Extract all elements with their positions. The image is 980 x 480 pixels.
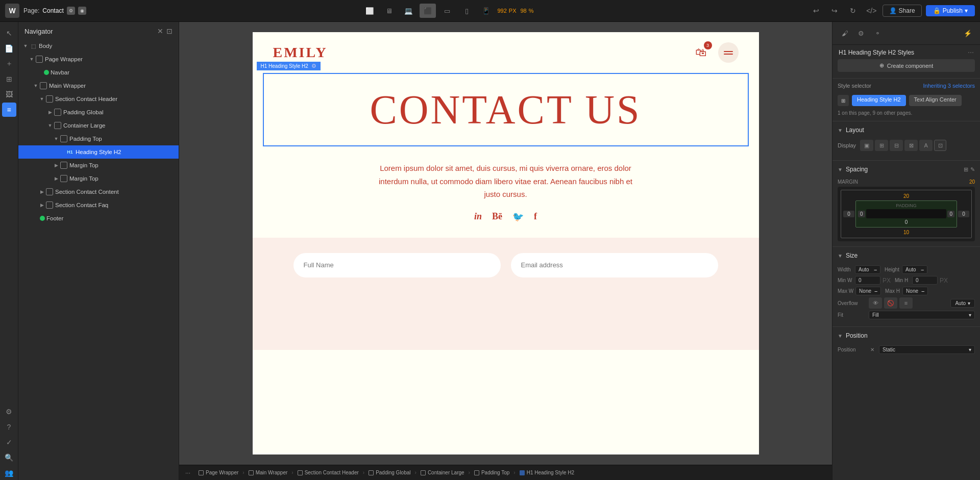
page-eye-icon[interactable]: ◉ [78, 7, 86, 15]
overflow-hidden-btn[interactable]: 🚫 [884, 297, 897, 309]
tree-item-section-contact-header[interactable]: ▼ Section Contact Header [18, 92, 179, 106]
refresh-button[interactable]: ↻ [846, 4, 860, 18]
spacing-section-header[interactable]: ▼ Spacing ⊞ ✎ [832, 163, 980, 176]
tree-item-page-wrapper[interactable]: ▼ Page Wrapper [18, 53, 179, 66]
device-tablet[interactable]: ▭ [439, 4, 455, 18]
device-mobile[interactable]: 📱 [478, 4, 494, 18]
display-flex-btn[interactable]: ⊞ [875, 140, 888, 151]
device-tablet-sm[interactable]: ▯ [458, 4, 475, 18]
overflow-scroll-btn[interactable]: ≡ [899, 297, 913, 309]
cart-icon[interactable]: 🛍 3 [692, 43, 710, 62]
style-tag-heading[interactable]: Heading Style H2 [852, 95, 906, 106]
email-input[interactable] [511, 253, 718, 277]
hamburger-menu[interactable] [718, 42, 739, 63]
left-icon-styles[interactable]: ⚙ [2, 405, 16, 419]
rp-gear-icon[interactable]: ⚙ [854, 26, 868, 40]
heading-gear-icon[interactable]: ⚙ [311, 63, 316, 69]
facebook-icon[interactable]: f [534, 211, 537, 222]
tree-item-label: Section Contact Content [55, 189, 119, 195]
height-value[interactable]: Auto ‒ [902, 265, 927, 274]
left-icon-users[interactable]: 👥 [2, 466, 16, 480]
breadcrumb-container-large[interactable]: Container Large [418, 469, 468, 476]
tree-item-padding-global[interactable]: ▶ Padding Global [18, 106, 179, 119]
publish-arrow-icon: ▾ [965, 7, 968, 14]
max-w-value[interactable]: None ‒ [855, 287, 881, 295]
full-name-input[interactable] [293, 253, 501, 277]
navigator-close-icon[interactable]: ✕ [157, 27, 163, 35]
rp-lightning-icon[interactable]: ⚡ [961, 26, 975, 40]
device-tablet-land[interactable]: ⬛ [420, 4, 436, 18]
tree-item-padding-top[interactable]: ▼ Padding Top [18, 132, 179, 145]
page-settings-icon[interactable]: ⚙ [67, 7, 75, 15]
linkedin-icon[interactable]: in [474, 211, 482, 222]
rp-brush-icon[interactable]: 🖌 [838, 26, 852, 40]
layout-section-header[interactable]: ▼ Layout [832, 123, 980, 137]
min-w-value[interactable]: 0 [855, 276, 880, 285]
undo-button[interactable]: ↩ [809, 4, 823, 18]
style-inherit-text[interactable]: Inheriting 3 selectors [923, 83, 975, 89]
device-desktop-sm[interactable]: 💻 [400, 4, 416, 18]
rp-section-dots[interactable]: ⋯ [968, 49, 974, 56]
tree-item-section-contact-content[interactable]: ▶ Section Contact Content [18, 185, 179, 198]
spacing-grid-icon[interactable]: ⊞ [964, 166, 968, 173]
display-grid-btn[interactable]: ⊟ [890, 140, 903, 151]
overflow-auto-select[interactable]: Auto ▾ [950, 299, 975, 308]
min-h-value[interactable]: 0 [912, 276, 938, 285]
left-icon-check[interactable]: ✓ [2, 435, 16, 449]
app-logo[interactable]: W [5, 4, 19, 18]
position-section-header[interactable]: ▼ Position [832, 329, 980, 342]
left-icon-add[interactable]: ＋ [2, 57, 16, 71]
breadcrumb-heading-h2[interactable]: H1 Heading Style H2 [517, 469, 577, 476]
behance-icon[interactable]: Bē [492, 211, 502, 222]
display-block-btn[interactable]: ▣ [860, 140, 873, 151]
display-inline-btn[interactable]: ⊠ [904, 140, 918, 151]
tree-item-container-large[interactable]: ▼ Container Large [18, 119, 179, 132]
left-icon-help[interactable]: ? [2, 420, 16, 434]
style-tag-icon[interactable]: ⊞ [838, 95, 849, 106]
overflow-visible-btn[interactable]: 👁 [869, 297, 882, 309]
breadcrumb-dots[interactable]: ··· [183, 469, 192, 476]
left-icon-assets[interactable]: 🖼 [2, 87, 16, 102]
left-icon-components[interactable]: ⊞ [2, 72, 16, 86]
tree-item-margin-top-1[interactable]: ▶ Margin Top [18, 159, 179, 172]
display-none-btn[interactable]: ⊡ [934, 140, 946, 151]
device-desktop[interactable]: 🖥 [381, 4, 397, 18]
style-tag-align[interactable]: Text Align Center [909, 95, 962, 106]
canvas-scroll[interactable]: EMILY 🛍 3 H1 Hea [179, 22, 832, 465]
redo-button[interactable]: ↪ [827, 4, 842, 18]
tree-item-margin-top-2[interactable]: ▶ Margin Top [18, 172, 179, 185]
code-button[interactable]: </> [864, 4, 878, 18]
publish-button[interactable]: 🔒 Publish ▾ [926, 5, 975, 16]
max-h-value[interactable]: None ‒ [902, 287, 928, 295]
left-icon-navigator[interactable]: ≡ [2, 103, 16, 117]
breadcrumb-padding-global[interactable]: Padding Global [365, 469, 413, 476]
fit-select[interactable]: Fill ▾ [869, 311, 975, 319]
size-section-header[interactable]: ▼ Size [832, 249, 980, 262]
tree-item-body[interactable]: ▼ ⬚ Body [18, 39, 179, 53]
breadcrumb-page-wrapper[interactable]: Page Wrapper [195, 469, 241, 476]
width-value[interactable]: Auto ‒ [855, 265, 880, 274]
breadcrumb-section-contact-header[interactable]: Section Contact Header [295, 469, 362, 476]
tree-item-heading-h2[interactable]: ▶ H1 Heading Style H2 [18, 145, 179, 159]
heading-section[interactable]: CONTACT US [263, 73, 749, 146]
left-icon-select[interactable]: ↖ [2, 26, 16, 40]
device-desktop-xl[interactable]: ⬜ [361, 4, 378, 18]
breadcrumb-main-wrapper[interactable]: Main Wrapper [246, 469, 291, 476]
breadcrumb-padding-top[interactable]: Padding Top [471, 469, 512, 476]
rp-nodes-icon[interactable]: ⚬ [870, 26, 885, 40]
tree-item-navbar[interactable]: ▶ Navbar [18, 66, 179, 79]
share-button[interactable]: 👤 Share [883, 5, 921, 17]
tree-item-footer[interactable]: ▶ Footer [18, 212, 179, 225]
position-value[interactable]: Static ▾ [879, 345, 975, 354]
twitter-icon[interactable]: 🐦 [512, 211, 524, 222]
tree-item-main-wrapper[interactable]: ▼ Main Wrapper [18, 79, 179, 92]
tree-item-section-contact-faq[interactable]: ▶ Section Contact Faq [18, 198, 179, 212]
display-text-btn[interactable]: A [919, 140, 933, 151]
left-icon-pages[interactable]: 📄 [2, 41, 16, 56]
page-name[interactable]: Contact [42, 7, 63, 14]
create-component-button[interactable]: ⊕ Create component [838, 59, 975, 72]
spacing-edit-icon[interactable]: ✎ [970, 166, 975, 173]
navigator-collapse-icon[interactable]: ⊡ [166, 27, 173, 35]
main-area: ↖ 📄 ＋ ⊞ 🖼 ≡ ⚙ ? ✓ 🔍 👥 Navigator ✕ ⊡ ▼ ⬚ … [0, 22, 980, 480]
left-icon-search[interactable]: 🔍 [2, 450, 16, 465]
